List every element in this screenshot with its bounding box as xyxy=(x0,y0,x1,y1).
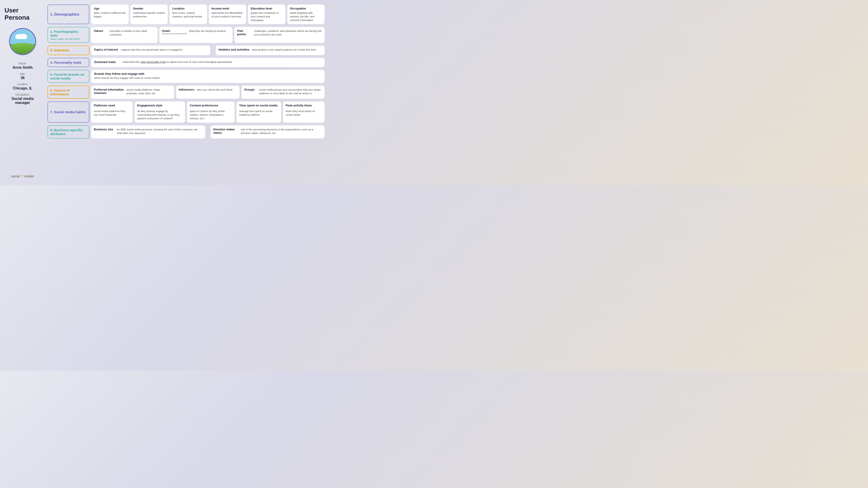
interests-cards: Topics of interest subjects that they ar… xyxy=(91,46,324,55)
sidebar: User Persona Name: Anne Smith Age: 36 Lo… xyxy=(0,0,45,185)
ground-shape xyxy=(10,43,35,54)
social-card-time: Time spent on social media average time … xyxy=(237,101,281,123)
occupation-value: Social media manager xyxy=(4,97,41,105)
location-label: Location: xyxy=(4,83,41,86)
occupation-label: Occupation: xyxy=(4,93,41,96)
psychographic-card-goals: Goals (personal and professional) what t… xyxy=(159,27,232,43)
demographics-cards: Age tailor content to different life sta… xyxy=(91,4,324,24)
demographics-card-education: Education level guides the complexity of… xyxy=(248,4,285,24)
cloud-icon xyxy=(14,32,28,39)
social-card-peak: Peak activity times when they most activ… xyxy=(283,101,324,123)
social-card-engagement: Engagement style do they actively engage… xyxy=(134,101,185,123)
demographics-label: 1. Demographics xyxy=(48,4,89,24)
demographics-card-income: Income level determines the affordabilit… xyxy=(209,4,246,24)
logo-text-right: insider xyxy=(24,174,34,178)
location-value: Chicago, IL xyxy=(4,86,41,90)
demographics-card-age: Age tailor content to different life sta… xyxy=(91,4,129,24)
section-business: 8. Business-specific attributes Business… xyxy=(48,125,324,138)
section-psychographic: 2. Psychographic data: Values, goals, an… xyxy=(48,27,324,43)
section-social-habits: 7. Social media habits Platforms used so… xyxy=(48,101,324,123)
source-label-text: 6. Source of Information xyxy=(50,88,87,96)
business-label-text: 8. Business-specific attributes xyxy=(50,128,87,136)
psychographic-cards: Values principles or beliefs of your ide… xyxy=(91,27,324,43)
business-label: 8. Business-specific attributes xyxy=(48,125,89,138)
section-demographics: 1. Demographics Age tailor content to di… xyxy=(48,4,324,24)
logo: social ☀ insider xyxy=(11,173,34,178)
main-content: 1. Demographics Age tailor content to di… xyxy=(45,0,329,185)
interests-label: 3. Interests xyxy=(48,46,89,55)
goals-subtitle: (personal and professional) xyxy=(162,33,187,35)
personality-pre: understand the xyxy=(122,61,141,63)
interests-card-hobbies: Hobbies and activities what people in yo… xyxy=(216,46,324,55)
section-personality: 4. Personality traits Dominant traits un… xyxy=(48,58,324,67)
psychographic-label: 2. Psychographic data: Values, goals, an… xyxy=(48,27,89,43)
brands-label-text: 5. Favorite brands on social media xyxy=(50,72,87,80)
logo-sun-icon: ☀ xyxy=(20,173,24,178)
source-card-channels: Preferred information channels social me… xyxy=(91,86,174,99)
psychographic-card-painpoints: Pain points challenges, problems, and ob… xyxy=(235,27,324,43)
page-title: User Persona xyxy=(4,7,41,21)
personality-card: Dominant traits understand the main pers… xyxy=(91,58,324,67)
section-brands: 5. Favorite brands on social media Brand… xyxy=(48,70,324,83)
business-card-decision: Decision maker status role in the purcha… xyxy=(211,125,325,138)
demographics-card-location: Location time zones, cultural nuances, a… xyxy=(169,4,207,24)
name-value: Anne Smith xyxy=(4,66,41,70)
interests-card-topics: Topics of interest subjects that they ar… xyxy=(91,46,210,55)
avatar xyxy=(9,28,36,55)
social-habits-label: 7. Social media habits xyxy=(48,101,89,123)
age-label: Age: xyxy=(4,72,41,75)
logo-text-left: social xyxy=(11,174,20,178)
personality-label: 4. Personality traits xyxy=(48,58,89,67)
psychographic-card-values: Values principles or beliefs of your ide… xyxy=(91,27,158,43)
name-label: Name: xyxy=(4,62,41,65)
personality-link[interactable]: main personality types xyxy=(141,61,166,63)
social-card-platforms: Platforms used social media platforms th… xyxy=(91,101,133,123)
source-card-influencers: Influencers who your clients like and fo… xyxy=(176,86,240,99)
demographics-label-text: 1. Demographics xyxy=(50,12,79,17)
social-card-content: Content preferences types of content do … xyxy=(187,101,235,123)
personality-post: to adjust your tone of voice and messagi… xyxy=(166,61,232,63)
psychographic-label-text: 2. Psychographic data: xyxy=(50,30,87,37)
section-interests: 3. Interests Topics of interest subjects… xyxy=(48,46,324,55)
demographics-card-occupation: Occupation better targeting with industr… xyxy=(287,4,325,24)
source-label: 6. Source of Information xyxy=(48,86,89,99)
business-cards: Business size for B2B social media perso… xyxy=(91,125,324,138)
brands-card: Brands they follow and engage with which… xyxy=(91,70,324,83)
source-card-groups: Groups social media groups and communiti… xyxy=(241,86,324,99)
social-habits-cards: Platforms used social media platforms th… xyxy=(91,101,324,123)
business-card-size: Business size for B2B social media perso… xyxy=(91,125,205,138)
demographics-card-gender: Gender understand specific content prefe… xyxy=(130,4,168,24)
svg-point-2 xyxy=(21,34,27,38)
brands-label: 5. Favorite brands on social media xyxy=(48,70,89,83)
psychographic-sublabel: Values, goals, and pain points xyxy=(50,38,87,40)
source-cards: Preferred information channels social me… xyxy=(91,86,324,99)
profile-info: Name: Anne Smith Age: 36 Location: Chica… xyxy=(4,62,41,107)
age-value: 36 xyxy=(4,76,41,80)
social-habits-label-text: 7. Social media habits xyxy=(50,110,86,114)
personality-label-text: 4. Personality traits xyxy=(50,61,81,64)
section-source: 6. Source of Information Preferred infor… xyxy=(48,86,324,99)
interests-label-text: 3. Interests xyxy=(50,48,69,53)
